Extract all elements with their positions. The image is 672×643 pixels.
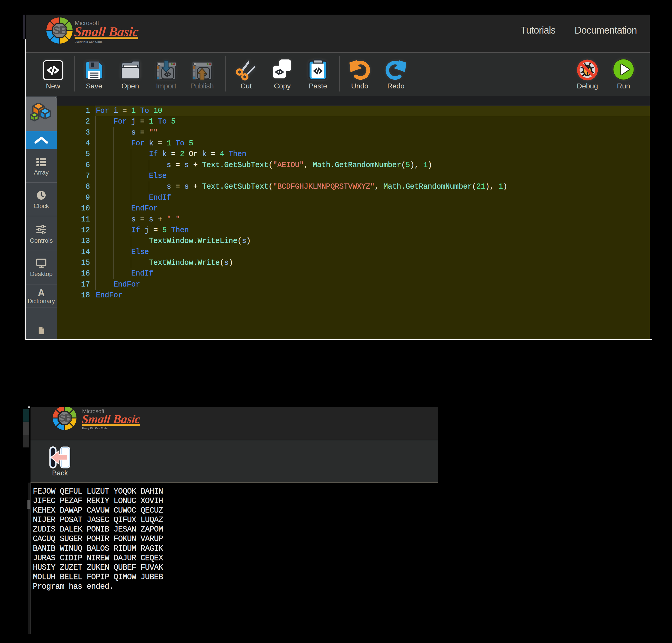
svg-text:SB: SB — [53, 24, 67, 37]
svg-text:A: A — [38, 289, 45, 298]
svg-text:SB: SB — [59, 412, 72, 424]
